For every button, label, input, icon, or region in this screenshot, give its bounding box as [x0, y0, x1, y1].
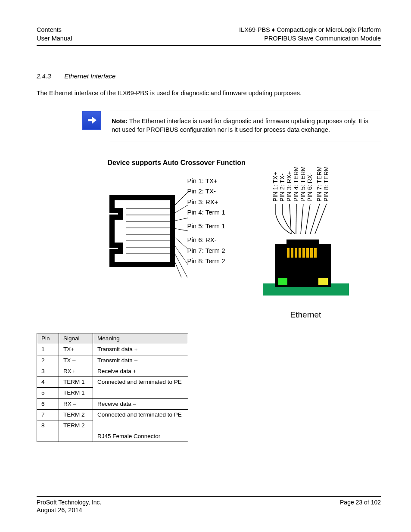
header-left-1: Contents	[37, 26, 72, 34]
table-row: 4 TERM 1 Connected and terminated to PE	[37, 377, 188, 388]
pin-header: Pin	[37, 333, 59, 344]
svg-rect-36	[318, 278, 328, 285]
svg-rect-34	[314, 248, 317, 258]
signal-header: Signal	[59, 333, 93, 344]
meaning-header: Meaning	[93, 333, 188, 344]
svg-text:PIN 4: TERM: PIN 4: TERM	[293, 166, 299, 202]
diagrams-row: Device supports Auto Crossover Function	[75, 159, 381, 320]
page-footer: ProSoft Technology, Inc. Page 23 of 102 …	[37, 496, 381, 515]
svg-text:PIN 6: RX-: PIN 6: RX-	[306, 173, 313, 202]
svg-marker-26	[286, 240, 319, 244]
header-rule	[37, 45, 381, 46]
pin-label: Pin 4: Term 1	[187, 208, 225, 217]
pin-label: Pin 5: Term 1	[187, 222, 225, 230]
pin-label: Pin 7: Term 2	[187, 246, 225, 255]
section-number: 2.4.3	[37, 72, 62, 81]
svg-rect-31	[302, 248, 305, 258]
table-row: 7 TERM 2 Connected and terminated to PE	[37, 409, 188, 420]
arrow-right-icon	[82, 111, 101, 130]
section-heading: 2.4.3 Ethernet Interface	[37, 72, 381, 81]
svg-rect-33	[310, 248, 313, 258]
table-row: 2 TX – Transmit data –	[37, 355, 188, 366]
rj45-top-diagram: Device supports Auto Crossover Function	[108, 159, 250, 280]
pin-table: Pin Signal Meaning 1 TX+ Transmit data +…	[37, 333, 188, 442]
pin-labels-list: Pin 1: TX+ Pin 2: TX- Pin 3: RX+ Pin 4: …	[187, 177, 225, 265]
note-label: Note:	[112, 118, 128, 124]
pin-label: Pin 2: TX-	[187, 187, 225, 196]
svg-rect-35	[278, 278, 287, 285]
pin-label: Pin 1: TX+	[187, 177, 225, 185]
note-text: The Ethernet interface is used for diagn…	[112, 118, 368, 133]
ethernet-jack-icon: PIN 1: TX+ PIN 2: TX- PIN 3: RX+ PIN 4: …	[263, 159, 349, 305]
svg-text:PIN 2: TX-: PIN 2: TX-	[279, 174, 286, 202]
footer-page: Page 23 of 102	[340, 498, 381, 507]
svg-rect-29	[295, 248, 297, 258]
svg-text:PIN 1: TX+: PIN 1: TX+	[272, 172, 279, 202]
section-intro: The Ethernet interface of the ILX69-PBS …	[37, 89, 381, 98]
note-box: Note: The Ethernet interface is used for…	[82, 111, 381, 141]
svg-text:PIN 3: RX+: PIN 3: RX+	[286, 171, 293, 202]
header-right-1: ILX69-PBS ♦ CompactLogix or MicroLogix P…	[239, 26, 381, 34]
svg-rect-28	[291, 248, 293, 258]
table-row: 3 RX+ Receive data +	[37, 366, 188, 376]
section-title: Ethernet Interface	[64, 72, 115, 80]
svg-rect-27	[287, 248, 290, 258]
diagram-caption: Device supports Auto Crossover Function	[108, 159, 250, 167]
table-row: 6 RX – Receive data –	[37, 398, 188, 409]
pin-label: Pin 8: Term 2	[187, 257, 225, 265]
page-header: Contents User Manual ILX69-PBS ♦ Compact…	[37, 26, 381, 43]
table-row: RJ45 Female Connector	[37, 431, 188, 442]
svg-text:PIN 8: TERM: PIN 8: TERM	[323, 166, 330, 202]
rj45-front-diagram: PIN 1: TX+ PIN 2: TX- PIN 3: RX+ PIN 4: …	[263, 159, 349, 320]
header-left-2: User Manual	[37, 34, 72, 43]
pin-label: Pin 3: RX+	[187, 198, 225, 206]
svg-rect-30	[299, 248, 301, 258]
header-right-2: PROFIBUS Slave Communication Module	[239, 34, 381, 43]
svg-text:PIN 5: TERM: PIN 5: TERM	[299, 166, 306, 202]
table-row: 1 TX+ Transmit data +	[37, 344, 188, 355]
svg-text:PIN 7: TERM: PIN 7: TERM	[316, 166, 323, 202]
svg-rect-32	[306, 248, 309, 258]
footer-date: August 26, 2014	[37, 506, 381, 515]
ethernet-caption: Ethernet	[263, 309, 349, 320]
pin-label: Pin 6: RX-	[187, 236, 225, 244]
footer-company: ProSoft Technology, Inc.	[37, 498, 101, 507]
rj45-outline-icon	[108, 170, 250, 277]
